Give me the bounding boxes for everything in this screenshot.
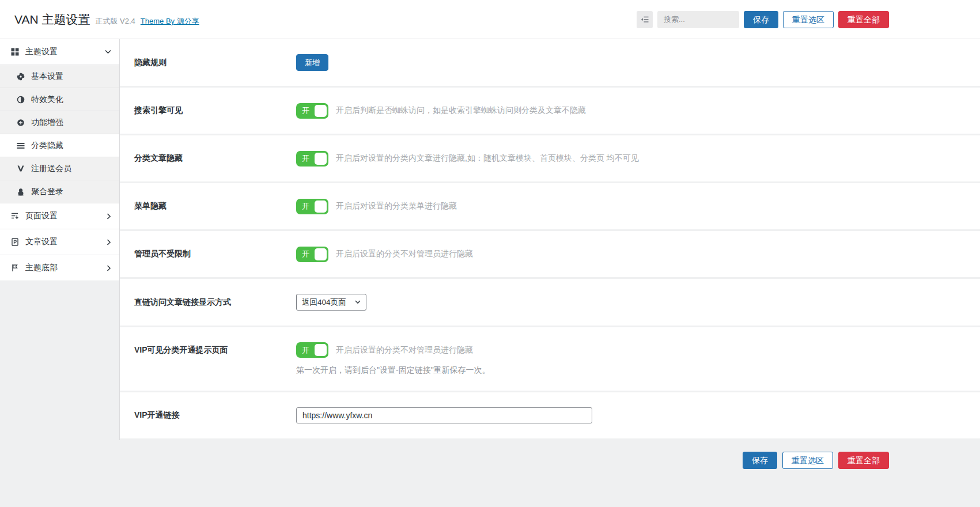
toggle-knob <box>315 200 327 213</box>
footer-reset-all-button[interactable]: 重置全部 <box>838 452 889 469</box>
page-icon <box>10 212 19 221</box>
setting-label: 直链访问文章链接显示方式 <box>134 297 296 308</box>
chevron-down-icon <box>355 300 361 304</box>
sidebar-item-effects[interactable]: 特效美化 <box>0 88 119 111</box>
row-direct-link-display: 直链访问文章链接显示方式 返回404页面 <box>120 279 980 326</box>
save-button[interactable]: 保存 <box>744 11 778 28</box>
sidebar-item-theme-footer[interactable]: 主题底部 <box>0 255 119 281</box>
sidebar-item-theme-settings[interactable]: 主题设置 <box>0 39 119 65</box>
sidebar-item-label: 文章设置 <box>25 237 58 247</box>
toggle-menu-hide[interactable]: 开 <box>296 199 328 214</box>
toggle-on-label: 开 <box>302 201 309 211</box>
sidebar-item-category-hide[interactable]: 分类隐藏 <box>0 134 119 157</box>
sidebar-item-basic-settings[interactable]: 基本设置 <box>0 65 119 88</box>
toggle-knob <box>315 344 327 356</box>
sidebar-item-label: 特效美化 <box>31 94 63 105</box>
select-value: 返回404页面 <box>302 297 346 308</box>
row-vip-prompt-page: VIP可见分类开通提示页面 开 开启后设置的分类不对管理员进行隐藏 第一次开启，… <box>120 327 980 391</box>
theme-by-link[interactable]: Theme By 源分享 <box>141 16 199 27</box>
row-hide-rules: 隐藏规则 新增 <box>120 39 980 86</box>
page-title: VAN 主题设置 <box>14 12 90 28</box>
toggle-category-post-hide[interactable]: 开 <box>296 151 328 167</box>
row-admin-unrestricted: 管理员不受限制 开 开启后设置的分类不对管理员进行隐藏 <box>120 231 980 277</box>
sidebar-item-register-vip[interactable]: 注册送会员 <box>0 157 119 180</box>
setting-label: 隐藏规则 <box>134 58 296 68</box>
gear-icon <box>16 72 25 81</box>
outdent-icon[interactable] <box>637 11 653 28</box>
sidebar-item-page-settings[interactable]: 页面设置 <box>0 203 119 229</box>
toggle-admin-unrestricted[interactable]: 开 <box>296 247 328 262</box>
sidebar-item-label: 分类隐藏 <box>31 141 63 151</box>
footer-reset-selection-button[interactable]: 重置选区 <box>782 452 833 469</box>
toggle-knob <box>315 105 327 117</box>
setting-description: 开启后对设置的分类菜单进行隐藏 <box>336 201 457 211</box>
vip-link-input[interactable] <box>296 407 592 423</box>
toggle-vip-prompt-page[interactable]: 开 <box>296 342 328 358</box>
sidebar-item-aggregate-login[interactable]: 聚合登录 <box>0 180 119 203</box>
setting-description: 开启后设置的分类不对管理员进行隐藏 <box>336 249 473 259</box>
row-menu-hide: 菜单隐藏 开 开启后对设置的分类菜单进行隐藏 <box>120 183 980 229</box>
footer-flag-icon <box>10 264 19 273</box>
sidebar-item-label: 页面设置 <box>25 211 58 221</box>
toggle-on-label: 开 <box>302 345 309 355</box>
toggle-on-label: 开 <box>302 153 309 164</box>
sidebar-item-label: 基本设置 <box>31 71 63 82</box>
setting-description: 开启后判断是否蜘蛛访问，如是收索引擎蜘蛛访问则分类及文章不隐藏 <box>336 105 586 116</box>
sidebar-item-label: 注册送会员 <box>31 164 71 174</box>
setting-note: 第一次开启，请到后台"设置-固定链接"重新保存一次。 <box>296 365 963 376</box>
reset-all-button[interactable]: 重置全部 <box>838 11 889 28</box>
chevron-down-icon <box>105 50 111 54</box>
main-wrap: 主题设置 基本设置 特效美 <box>0 39 980 440</box>
enhance-icon <box>16 118 25 127</box>
vip-v-icon <box>16 164 25 173</box>
toggle-knob <box>315 248 327 260</box>
setting-description: 开启后对设置的分类内文章进行隐藏,如：随机文章模块、首页模块、分类页 均不可见 <box>336 153 639 164</box>
setting-label: 菜单隐藏 <box>134 201 296 211</box>
chevron-right-icon <box>107 239 111 245</box>
setting-label: VIP开通链接 <box>134 410 296 421</box>
row-search-engine-visible: 搜索引擎可见 开 开启后判断是否蜘蛛访问，如是收索引擎蜘蛛访问则分类及文章不隐藏 <box>120 88 980 134</box>
sidebar-item-label: 聚合登录 <box>31 187 63 197</box>
sidebar-item-enhance[interactable]: 功能增强 <box>0 111 119 134</box>
row-category-post-hide: 分类文章隐藏 开 开启后对设置的分类内文章进行隐藏,如：随机文章模块、首页模块、… <box>120 135 980 181</box>
setting-label: 分类文章隐藏 <box>134 153 296 164</box>
effects-icon <box>16 95 25 104</box>
settings-panel: 隐藏规则 新增 搜索引擎可见 开 开启后判断是否蜘蛛访问，如是收索引擎蜘蛛访问则… <box>120 39 980 440</box>
toggle-on-label: 开 <box>302 249 309 259</box>
toggle-on-label: 开 <box>302 105 309 116</box>
sidebar-item-label: 主题设置 <box>25 47 58 57</box>
sidebar-item-label: 主题底部 <box>25 263 58 273</box>
header-toolbar: 保存 重置选区 重置全部 <box>637 11 980 28</box>
chevron-right-icon <box>107 213 111 220</box>
list-icon <box>16 141 25 150</box>
sidebar: 主题设置 基本设置 特效美 <box>0 39 120 440</box>
link-display-select[interactable]: 返回404页面 <box>296 294 366 311</box>
footer-save-button[interactable]: 保存 <box>743 452 777 469</box>
grid-icon <box>10 48 19 56</box>
row-vip-link: VIP开通链接 <box>120 392 980 438</box>
footer-actions: 保存 重置选区 重置全部 <box>0 440 980 507</box>
qq-penguin-icon <box>16 187 25 196</box>
setting-label: 搜索引擎可见 <box>134 105 296 116</box>
search-input[interactable] <box>657 11 739 28</box>
setting-label: VIP可见分类开通提示页面 <box>134 345 296 355</box>
header: VAN 主题设置 正式版 V2.4 Theme By 源分享 保存 重置选区 重… <box>0 0 980 39</box>
setting-label: 管理员不受限制 <box>134 249 296 259</box>
reset-selection-button[interactable]: 重置选区 <box>783 11 834 28</box>
chevron-right-icon <box>107 265 111 271</box>
toggle-search-engine-visible[interactable]: 开 <box>296 103 328 119</box>
add-rule-button[interactable]: 新增 <box>296 54 328 71</box>
toggle-knob <box>315 153 327 165</box>
sidebar-item-post-settings[interactable]: 文章设置 <box>0 229 119 255</box>
sidebar-item-label: 功能增强 <box>31 118 63 128</box>
post-icon <box>10 238 19 247</box>
title-group: VAN 主题设置 正式版 V2.4 Theme By 源分享 <box>14 12 199 28</box>
setting-description: 开启后设置的分类不对管理员进行隐藏 <box>336 345 473 355</box>
version-label: 正式版 V2.4 <box>95 16 135 27</box>
